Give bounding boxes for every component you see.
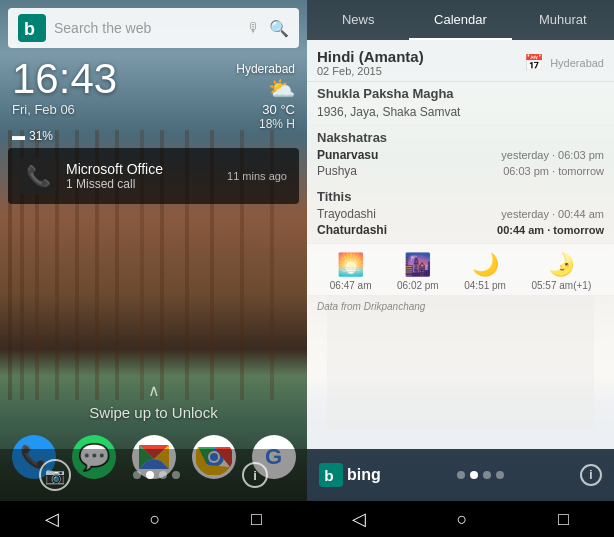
home-button[interactable]: ○ — [150, 509, 161, 530]
paksha-title: Shukla Paksha Magha — [317, 86, 604, 101]
right-home-button[interactable]: ○ — [457, 509, 468, 530]
tab-news[interactable]: News — [307, 0, 409, 40]
weather-icon: ⛅ — [268, 76, 295, 102]
swipe-area[interactable]: ∧ Swipe up to Unlock — [0, 381, 307, 422]
notif-subtitle: 1 Missed call — [66, 177, 217, 191]
time-block: 16:43 Fri, Feb 06 — [12, 58, 117, 117]
weather-item-sunset: 🌆 06:02 pm — [397, 252, 439, 291]
calendar-inner: Hindi (Amanta) 02 Feb, 2015 📅 Hyderabad … — [307, 40, 614, 449]
battery-block: ▬ 31% — [12, 128, 53, 143]
nakshatra-row-1: Punarvasu yesterday · 06:03 pm — [317, 148, 604, 162]
nakshatra-name-1: Punarvasu — [317, 148, 378, 162]
notif-title: Microsoft Office — [66, 161, 217, 177]
tithi-row-1: Trayodashi yesterday · 00:44 am — [317, 207, 604, 221]
weather-item-moonset: 🌛 05:57 am(+1) — [531, 252, 591, 291]
calendar-icon: 📅 — [524, 53, 544, 72]
calendar-content: Hindi (Amanta) 02 Feb, 2015 📅 Hyderabad … — [307, 40, 614, 449]
search-icon[interactable]: 🔍 — [269, 19, 289, 38]
svg-text:b: b — [324, 467, 333, 484]
right-recent-button[interactable]: □ — [558, 509, 569, 530]
notif-content: Microsoft Office 1 Missed call — [66, 161, 217, 191]
right-dot-4 — [496, 471, 504, 479]
nakshatra-time-1: yesterday · 06:03 pm — [501, 149, 604, 161]
right-bottom-bar: b bing i — [307, 449, 614, 501]
left-nav-bar: ◁ ○ □ — [0, 501, 307, 537]
moonset-icon: 🌛 — [548, 252, 575, 278]
bing-label: bing — [347, 466, 381, 484]
bing-logo-icon: b — [18, 14, 46, 42]
camera-icon: 📷 — [39, 459, 71, 491]
cal-date: 02 Feb, 2015 — [317, 65, 518, 77]
tithi-time-2: 00:44 am · tomorrow — [497, 224, 604, 236]
page-indicators — [133, 471, 180, 479]
nakshatras-title: Nakshatras — [317, 130, 604, 145]
tithis-section: Tithis Trayodashi yesterday · 00:44 am C… — [307, 185, 614, 244]
recent-button[interactable]: □ — [251, 509, 262, 530]
right-dot-3 — [483, 471, 491, 479]
notif-app-icon: 📞 — [20, 158, 56, 194]
right-panel: News Calendar Muhurat Hindi (Amanta) 02 … — [307, 0, 614, 537]
paksha-section: Shukla Paksha Magha 1936, Jaya, Shaka Sa… — [307, 82, 614, 126]
bottom-bar-left: 📷 i — [0, 449, 307, 501]
notif-time: 11 mins ago — [227, 170, 287, 182]
sunrise-time: 06:47 am — [330, 280, 372, 291]
swipe-text: Swipe up to Unlock — [89, 404, 217, 421]
tithi-row-2: Chaturdashi 00:44 am · tomorrow — [317, 223, 604, 237]
tab-calendar[interactable]: Calendar — [409, 0, 511, 40]
tithi-time-1: yesterday · 00:44 am — [501, 208, 604, 220]
moonset-time: 05:57 am(+1) — [531, 280, 591, 291]
right-nav-bar: ◁ ○ □ — [307, 501, 614, 537]
tabs-row: News Calendar Muhurat — [307, 0, 614, 40]
date-display: Fri, Feb 06 — [12, 102, 117, 117]
tithis-title: Tithis — [317, 189, 604, 204]
nakshatra-time-2: 06:03 pm · tomorrow — [503, 165, 604, 177]
paksha-line: 1936, Jaya, Shaka Samvat — [317, 103, 604, 121]
dot-2 — [146, 471, 154, 479]
info-button[interactable]: i — [242, 462, 268, 488]
weather-item-moonrise: 🌙 04:51 pm — [464, 252, 506, 291]
tithi-name-2: Chaturdashi — [317, 223, 387, 237]
weather-icons-row: 🌅 06:47 am 🌆 06:02 pm 🌙 04:51 pm 🌛 05:57… — [307, 244, 614, 296]
weather-block: Hyderabad ⛅ 30 °C 18% H — [236, 62, 295, 131]
bing-icon: b — [319, 463, 343, 487]
weather-temp: 30 °C — [236, 102, 295, 117]
right-page-indicators — [457, 471, 504, 479]
right-dot-2 — [470, 471, 478, 479]
cal-title: Hindi (Amanta) — [317, 48, 518, 65]
nakshatras-section: Nakshatras Punarvasu yesterday · 06:03 p… — [307, 126, 614, 185]
moonrise-time: 04:51 pm — [464, 280, 506, 291]
right-back-button[interactable]: ◁ — [352, 508, 366, 530]
svg-text:b: b — [24, 19, 35, 39]
cal-city: Hyderabad — [550, 57, 604, 69]
weather-item-sunrise: 🌅 06:47 am — [330, 252, 372, 291]
nakshatra-row-2: Pushya 06:03 pm · tomorrow — [317, 164, 604, 178]
camera-button[interactable]: 📷 — [39, 459, 71, 491]
mic-icon[interactable]: 🎙 — [247, 20, 261, 36]
footer-note: Data from Drikpanchang — [307, 296, 614, 317]
dot-3 — [159, 471, 167, 479]
notification-card[interactable]: 📞 Microsoft Office 1 Missed call 11 mins… — [8, 148, 299, 204]
back-button[interactable]: ◁ — [45, 508, 59, 530]
dot-4 — [172, 471, 180, 479]
search-bar[interactable]: b Search the web 🎙 🔍 — [8, 8, 299, 48]
time-display: 16:43 — [12, 58, 117, 100]
sunset-icon: 🌆 — [404, 252, 431, 278]
battery-level: 31% — [29, 129, 53, 143]
weather-humidity: 18% H — [236, 117, 295, 131]
nakshatra-name-2: Pushya — [317, 164, 357, 178]
dot-1 — [133, 471, 141, 479]
cal-header: Hindi (Amanta) 02 Feb, 2015 📅 Hyderabad — [307, 40, 614, 82]
sunrise-icon: 🌅 — [337, 252, 364, 278]
swipe-arrow-icon: ∧ — [0, 381, 307, 400]
right-dot-1 — [457, 471, 465, 479]
weather-city: Hyderabad — [236, 62, 295, 76]
moonrise-icon: 🌙 — [472, 252, 499, 278]
left-panel: b Search the web 🎙 🔍 16:43 Fri, Feb 06 H… — [0, 0, 307, 537]
search-placeholder: Search the web — [54, 20, 247, 36]
battery-icon: ▬ — [12, 128, 25, 143]
tab-muhurat[interactable]: Muhurat — [512, 0, 614, 40]
tithi-name-1: Trayodashi — [317, 207, 376, 221]
sunset-time: 06:02 pm — [397, 280, 439, 291]
bing-logo-right: b bing — [319, 463, 381, 487]
right-info-button[interactable]: i — [580, 464, 602, 486]
